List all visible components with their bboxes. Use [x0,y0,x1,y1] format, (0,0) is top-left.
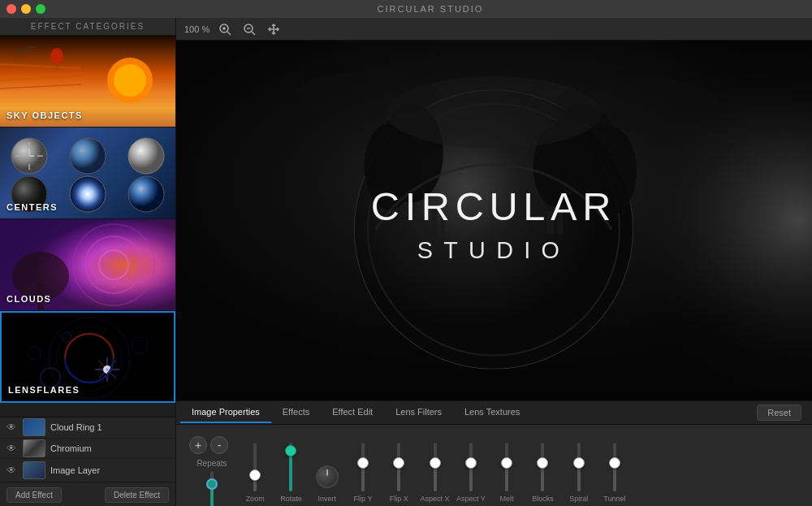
tunnel-label: Tunnel [603,495,625,503]
flip-y-label: Flip Y [354,495,373,503]
svg-point-9 [128,138,164,174]
add-effect-button[interactable]: Add Effect [6,487,62,503]
main-layout: EFFECT CATEGORIES [0,18,812,506]
svg-line-2 [0,64,81,68]
melt-label: Melt [500,495,514,503]
svg-line-4 [0,84,81,89]
title-bar: CIRCULAR STUDIO [0,0,812,18]
tab-lens-filters[interactable]: Lens Filters [384,402,453,423]
spiral-slider[interactable] [577,443,581,491]
preview-canvas: CIRCULAR STUDIO [176,41,812,400]
reset-button[interactable]: Reset [757,404,801,421]
svg-point-62 [295,72,438,117]
plus-minus-buttons: + - [189,436,228,454]
controls-row: + - Repeats [176,425,812,506]
category-list: SKY OBJECTS [0,36,175,417]
layer-row-2: 👁 Image Layer [0,459,175,482]
svg-line-44 [252,32,255,35]
category-label-clouds: CLOUDS [6,294,51,304]
svg-line-3 [0,76,81,80]
layer-name-1: Chromium [50,443,171,453]
spiral-label: Spiral [569,495,588,503]
category-centers[interactable]: CENTERS [0,128,175,219]
aspect-x-slider-group: Aspect X [424,443,445,503]
svg-text:STUDIO: STUDIO [417,237,570,263]
melt-slider-group: Melt [496,443,517,503]
invert-knob[interactable] [316,465,339,488]
svg-point-11 [70,176,106,212]
layer-name-2: Image Layer [50,465,171,475]
aspect-x-label: Aspect X [421,495,450,503]
aspect-y-label: Aspect Y [456,495,486,503]
zoom-level: 100 % [184,24,209,34]
tab-effects[interactable]: Effects [271,402,321,423]
minimize-button[interactable] [21,4,31,14]
category-label-sky-objects: SKY OBJECTS [6,110,83,120]
plus-button[interactable]: + [189,436,207,454]
layer-row-0: 👁 Cloud Ring 1 [0,417,175,439]
svg-point-1 [114,64,146,97]
layer-actions: Add Effect Delete Effect [0,484,175,506]
tab-image-properties[interactable]: Image Properties [180,402,271,423]
layer-thumb-1 [23,439,45,457]
delete-effect-button[interactable]: Delete Effect [105,487,169,503]
layer-row-1: 👁 Chromium [0,439,175,460]
sidebar: EFFECT CATEGORIES [0,18,176,506]
svg-line-41 [227,32,231,35]
close-button[interactable] [6,4,16,14]
toolbar: 100 % [176,18,812,41]
all-sliders: Zoom Rotate Invert [244,443,625,503]
sidebar-header: EFFECT CATEGORIES [0,18,175,36]
layer-visibility-0[interactable]: 👁 [5,421,18,434]
category-clouds[interactable]: CLOUDS [0,219,175,311]
flip-y-slider-group: Flip Y [352,443,374,503]
blocks-slider[interactable] [541,443,544,491]
aspect-x-slider[interactable] [434,443,437,491]
svg-point-8 [70,138,106,174]
tunnel-slider[interactable] [613,443,616,491]
aspect-y-slider-group: Aspect Y [460,443,482,503]
layer-name-0: Cloud Ring 1 [50,422,171,432]
melt-slider[interactable] [505,443,508,491]
traffic-lights [6,4,45,14]
svg-point-5 [50,48,63,64]
category-sky-objects[interactable]: SKY OBJECTS [0,36,175,128]
maximize-button[interactable] [36,4,45,14]
repeats-label: Repeats [197,459,227,468]
category-label-centers: CENTERS [6,202,58,212]
flip-y-slider[interactable] [361,443,365,491]
flip-x-slider-group: Flip X [388,443,409,503]
svg-text:CIRCULAR: CIRCULAR [371,185,616,229]
layer-visibility-1[interactable]: 👁 [5,442,18,455]
zoom-in-button[interactable] [216,20,234,38]
layer-thumb-0 [23,418,45,436]
zoom-out-button[interactable] [240,20,258,38]
svg-point-63 [555,76,717,130]
bottom-panel: Image Properties Effects Effect Edit Len… [176,400,812,506]
repeats-slider[interactable] [210,471,214,506]
zoom-slider[interactable] [253,443,257,491]
flip-x-label: Flip X [390,495,408,503]
invert-knob-group: Invert [317,465,338,503]
tab-lens-textures[interactable]: Lens Textures [453,402,531,423]
move-button[interactable] [265,20,283,38]
tab-effect-edit[interactable]: Effect Edit [321,402,384,423]
layer-visibility-2[interactable]: 👁 [5,464,18,477]
aspect-y-slider[interactable] [469,443,473,491]
category-lensflares[interactable]: LENSFLARES [0,311,175,403]
rotate-slider[interactable] [289,443,292,491]
invert-label: Invert [317,495,336,503]
minus-button[interactable]: - [210,436,228,454]
layer-thumb-2 [23,461,45,479]
blocks-label: Blocks [532,495,554,503]
spiral-slider-group: Spiral [568,443,590,503]
content-area: 100 % [176,18,812,506]
app-title: CIRCULAR STUDIO [55,4,806,14]
tabs-row: Image Properties Effects Effect Edit Len… [176,401,812,425]
flip-x-slider[interactable] [397,443,400,491]
layers-panel: 👁 Cloud Ring 1 👁 Chromium 👁 Image Layer … [0,417,175,506]
tunnel-slider-group: Tunnel [604,443,625,503]
preview-image: CIRCULAR STUDIO [176,41,812,400]
rotate-slider-group: Rotate [280,443,301,503]
svg-point-12 [128,176,164,212]
